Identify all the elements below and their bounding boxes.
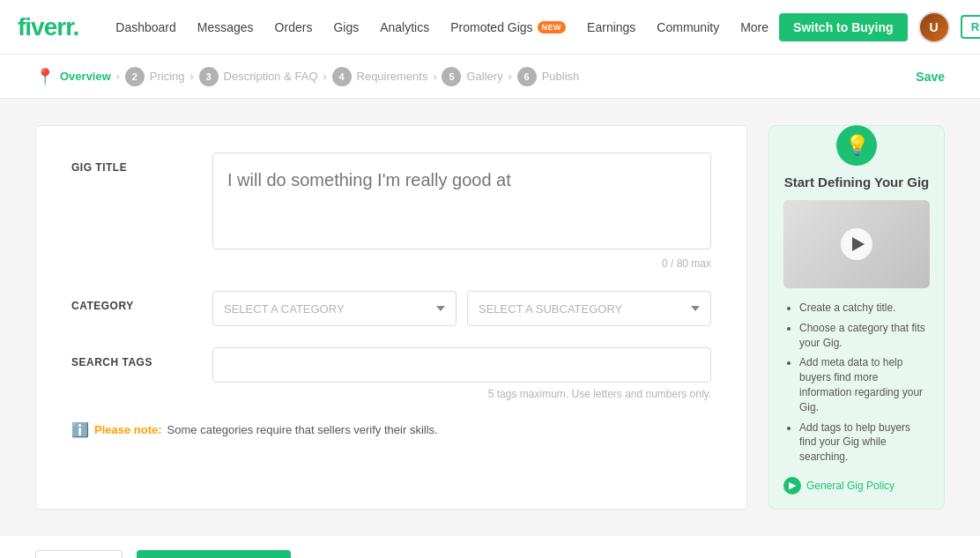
gig-title-row: GIG TITLE 0 / 80 max — [71, 153, 711, 270]
step-3-num: 3 — [199, 67, 219, 86]
step-6-num: 6 — [517, 67, 537, 86]
category-select[interactable]: SELECT A CATEGORY — [212, 291, 457, 326]
category-field: SELECT A CATEGORY SELECT A SUBCATEGORY — [212, 291, 711, 326]
lightbulb-icon-container: 💡 — [783, 140, 930, 166]
breadcrumb-arrow-3: › — [323, 71, 327, 83]
play-button[interactable] — [841, 228, 872, 260]
step-pricing-label: Pricing — [150, 70, 185, 83]
category-label: CATEGORY — [71, 291, 212, 312]
nav-item-promoted-gigs[interactable]: Promoted Gigs NEW — [440, 0, 576, 55]
info-card-title: Start Defining Your Gig — [783, 175, 930, 190]
tip-1: Create a catchy title. — [799, 301, 930, 316]
tip-4: Add tags to help buyers find your Gig wh… — [799, 420, 930, 465]
logo[interactable]: fiverr. — [18, 13, 78, 41]
gig-title-label: GIG TITLE — [71, 153, 212, 174]
step-gallery-label: Gallery — [466, 70, 502, 83]
step-requirements-label: Requirements — [357, 70, 428, 83]
tags-hint: 5 tags maximum. Use letters and numbers … — [212, 388, 711, 400]
navbar-right: Switch to Buying U Rs7,293.32 — [779, 11, 980, 43]
step-2-num: 2 — [125, 67, 145, 86]
lightbulb-icon: 💡 — [836, 125, 877, 166]
breadcrumb-arrow-2: › — [190, 71, 194, 83]
nav-item-earnings[interactable]: Earnings — [576, 0, 646, 55]
step-publish-label: Publish — [542, 70, 580, 83]
nav-item-community[interactable]: Community — [646, 0, 730, 55]
cancel-button[interactable]: Cancel — [35, 550, 122, 558]
nav-item-dashboard[interactable]: Dashboard — [105, 0, 187, 55]
bottom-bar: Cancel Save & Continue — [0, 536, 980, 558]
category-selects: SELECT A CATEGORY SELECT A SUBCATEGORY — [212, 291, 711, 326]
breadcrumb-step-gallery[interactable]: 5 Gallery — [442, 67, 502, 86]
breadcrumb-step-requirements[interactable]: 4 Requirements — [332, 67, 428, 86]
nav-item-orders[interactable]: Orders — [264, 0, 323, 55]
policy-link[interactable]: ▶ General Gig Policy — [783, 477, 930, 495]
policy-icon: ▶ — [783, 477, 801, 495]
main-content: GIG TITLE 0 / 80 max CATEGORY SELECT A C… — [0, 99, 980, 536]
char-count: 0 / 80 max — [212, 257, 711, 270]
warning-icon: ℹ️ — [71, 421, 89, 438]
breadcrumb-step-publish[interactable]: 6 Publish — [517, 67, 580, 86]
step-5-num: 5 — [442, 67, 461, 86]
nav-item-messages[interactable]: Messages — [187, 0, 264, 55]
video-thumbnail[interactable] — [783, 200, 930, 288]
switch-buying-button[interactable]: Switch to Buying — [779, 13, 908, 41]
step-4-num: 4 — [332, 67, 352, 86]
breadcrumb-arrow-1: › — [116, 71, 120, 83]
subcategory-select[interactable]: SELECT A SUBCATEGORY — [467, 291, 711, 326]
search-tags-row: SEARCH TAGS 5 tags maximum. Use letters … — [71, 347, 711, 400]
tags-input[interactable] — [212, 347, 711, 383]
nav-item-gigs[interactable]: Gigs — [323, 0, 369, 55]
breadcrumb-arrow-5: › — [509, 71, 512, 83]
breadcrumb-step-pricing[interactable]: 2 Pricing — [125, 67, 185, 86]
tips-list: Create a catchy title. Choose a category… — [783, 301, 930, 465]
balance-display: Rs7,293.32 — [961, 15, 980, 39]
gig-title-field: 0 / 80 max — [212, 153, 711, 270]
category-row: CATEGORY SELECT A CATEGORY SELECT A SUBC… — [71, 291, 711, 326]
nav-item-analytics[interactable]: Analytics — [369, 0, 440, 55]
breadcrumb-bar: 📍 Overview › 2 Pricing › 3 Description &… — [0, 55, 980, 99]
avatar[interactable]: U — [918, 11, 950, 43]
step-overview-label: Overview — [60, 70, 111, 83]
save-continue-button[interactable]: Save & Continue — [137, 550, 291, 558]
save-link[interactable]: Save — [916, 70, 945, 84]
policy-label: General Gig Policy — [806, 480, 895, 492]
location-icon: 📍 — [35, 67, 55, 86]
form-card: GIG TITLE 0 / 80 max CATEGORY SELECT A C… — [35, 125, 747, 510]
play-icon — [852, 237, 865, 251]
please-note: ℹ️ Please note: Some categories require … — [71, 421, 711, 438]
tip-2: Choose a category that fits your Gig. — [799, 321, 930, 351]
new-badge: NEW — [538, 21, 567, 33]
info-card: 💡 Start Defining Your Gig Create a catch… — [768, 125, 945, 510]
navbar: fiverr. Dashboard Messages Orders Gigs A… — [0, 0, 980, 55]
tip-3: Add meta data to help buyers find more i… — [799, 355, 930, 414]
breadcrumb-arrow-4: › — [433, 71, 436, 83]
please-note-label: Please note: — [94, 423, 162, 436]
search-tags-field: 5 tags maximum. Use letters and numbers … — [212, 347, 711, 400]
breadcrumb-steps: 📍 Overview › 2 Pricing › 3 Description &… — [35, 67, 579, 86]
nav-item-more[interactable]: More — [730, 0, 779, 55]
step-description-label: Description & FAQ — [224, 70, 318, 83]
search-tags-label: SEARCH TAGS — [71, 347, 212, 368]
nav-menu: Dashboard Messages Orders Gigs Analytics… — [105, 0, 779, 55]
sidebar-card: 💡 Start Defining Your Gig Create a catch… — [768, 125, 945, 510]
please-note-text: Some categories require that sellers ver… — [167, 423, 438, 436]
breadcrumb-step-description[interactable]: 3 Description & FAQ — [199, 67, 318, 86]
gig-title-input[interactable] — [212, 153, 711, 249]
breadcrumb-step-overview[interactable]: 📍 Overview — [35, 67, 111, 86]
